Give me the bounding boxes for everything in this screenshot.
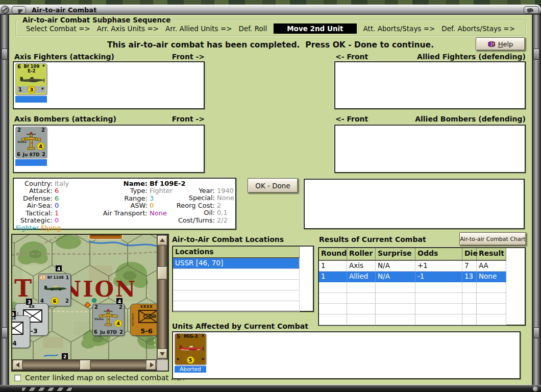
frame-knob bbox=[533, 327, 539, 338]
counter-rating: 5 bbox=[177, 334, 180, 339]
frame-knob bbox=[2, 48, 8, 60]
results-row-empty bbox=[319, 293, 506, 304]
counter-name: Bf 109E-2 bbox=[23, 64, 39, 73]
map-viewport[interactable]: T NION 5 Bf 110E 1 bbox=[12, 235, 157, 359]
stat-strategic: Strategic:0 bbox=[16, 217, 69, 224]
unit-stats-column-3: Year:1940 Special:None Reorg Cost:2 Oil:… bbox=[173, 187, 234, 224]
unit-counter-ju87d[interactable]: 2 2 Stuka 4 6 Ju 87D bbox=[15, 127, 47, 158]
range-circle: 6 bbox=[52, 298, 58, 304]
axis-bombers-label: Axis Bombers (attacking) bbox=[14, 115, 116, 123]
unit-counter-mig3[interactable]: 5 MiG-3 * * 5 * bbox=[175, 333, 206, 365]
up-arrow-icon bbox=[160, 238, 165, 242]
phase-defender-aborts-stays: Def. Aborts/Stays => bbox=[441, 24, 515, 33]
scroll-left-button[interactable] bbox=[13, 360, 23, 370]
help-button[interactable]: ? Help bbox=[476, 37, 525, 51]
subphase-sequence-group: Air-to-air Combat Subphase Sequence Sele… bbox=[15, 20, 526, 36]
location-row-empty bbox=[173, 280, 300, 290]
map-horizontal-scrollbar[interactable] bbox=[12, 359, 157, 371]
scroll-down-button[interactable] bbox=[157, 349, 167, 359]
ok-done-button[interactable]: OK - Done bbox=[248, 178, 298, 193]
counter-bottom-name: Ju 87D bbox=[23, 152, 40, 157]
counter-star: * bbox=[177, 357, 179, 363]
hex-map-terrain: T NION bbox=[12, 235, 157, 359]
header-roller: Roller bbox=[347, 248, 376, 260]
counter-top-right: 2 bbox=[119, 305, 122, 310]
phase-arrange-allied-units: Arr. Allied Units => bbox=[165, 24, 232, 33]
status-message: This air-to-air combat has been complete… bbox=[9, 40, 532, 50]
axis-bombers-panel: 2 2 Stuka 4 6 Ju 87D bbox=[13, 125, 205, 173]
header-odds: Odds bbox=[415, 248, 462, 260]
unit-stats-column-2: Name:Bf 109E-2 Type:Fighter Range:3 ASW:… bbox=[95, 180, 186, 217]
counter-star: * bbox=[202, 334, 204, 339]
stat-air-sea: Air-Sea:0 bbox=[16, 202, 69, 209]
front-arrow-right-label: Front -> bbox=[129, 53, 205, 61]
front-arrow-right-label: Front -> bbox=[129, 115, 205, 123]
counter-bottom-name: Ju 87D bbox=[100, 330, 117, 335]
stat-special: Special:None bbox=[173, 194, 234, 202]
vertical-scroll-thumb[interactable] bbox=[157, 266, 167, 280]
center-map-checkbox-label: Center linked map on selected combat hex bbox=[25, 374, 184, 382]
counter-bottom-left: 6 bbox=[17, 152, 20, 157]
window-title: Air-to-air Combat bbox=[32, 6, 96, 14]
location-row-selected[interactable]: USSR [46, 70] bbox=[173, 258, 300, 269]
combat-locations-list: Locations USSR [46, 70] bbox=[172, 246, 314, 312]
scroll-up-button[interactable] bbox=[157, 235, 167, 246]
unit-type-tags: Fighter Flying bbox=[16, 224, 61, 232]
stack-count-badge: 3 bbox=[26, 298, 33, 305]
triangle-icon bbox=[15, 7, 23, 15]
help-label: Help bbox=[498, 40, 513, 48]
locations-column-header: Locations bbox=[173, 247, 300, 258]
window-frame-right bbox=[532, 15, 541, 392]
dialog-content: Air-to-air Combat Subphase Sequence Sele… bbox=[9, 15, 532, 385]
results-row[interactable]: 1 Axis N/A +1 7 AA bbox=[319, 261, 506, 272]
stat-tactical: Tactical:1 bbox=[16, 210, 69, 217]
unit-details-panel: Country:Italy Attack:6 Defense:6 Air-Sea… bbox=[13, 178, 236, 230]
results-row-selected[interactable]: 1 Allied N/A -1 13 None bbox=[319, 272, 506, 282]
subphase-sequence-title: Air-to-air Combat Subphase Sequence bbox=[20, 16, 173, 24]
titlebar-right-button[interactable] bbox=[524, 6, 539, 14]
header-result: Result bbox=[477, 248, 506, 260]
center-map-option: Center linked map on selected combat hex bbox=[14, 374, 184, 382]
stack-count-badge: 2 bbox=[61, 353, 68, 359]
window-frame-bottom bbox=[0, 385, 541, 392]
map-unit-4th-mech[interactable]: xxxx 4th Mech 5-6 bbox=[130, 304, 157, 336]
axis-fighters-panel: 6 Bf 109E-2 * 1 3 * bbox=[13, 61, 205, 109]
counter-bottom-right: 2 bbox=[119, 329, 123, 335]
range-circle: 4 bbox=[37, 143, 44, 150]
map-unit-bf110e[interactable]: 5 Bf 110E 1 4 6 2 bbox=[38, 274, 71, 306]
map-place-label: za bbox=[149, 312, 156, 320]
down-arrow-icon bbox=[160, 352, 165, 356]
results-row-empty bbox=[319, 282, 506, 293]
stat-range: Range:3 bbox=[95, 195, 186, 202]
stat-attack: Attack:6 bbox=[16, 187, 69, 194]
selection-strip bbox=[15, 159, 47, 166]
stat-cost-turns: Cost/Turns:2/2 bbox=[173, 217, 234, 224]
unit-counter-bf109e2[interactable]: 6 Bf 109E-2 * 1 3 * bbox=[15, 63, 47, 95]
center-map-checkbox[interactable] bbox=[14, 375, 21, 381]
stat-oil: Oil:0,1 bbox=[173, 209, 234, 216]
selection-strip bbox=[15, 96, 47, 103]
region-label-part2: NION bbox=[61, 276, 137, 302]
screw-icon bbox=[533, 386, 538, 391]
stat-asw: ASW:0 bbox=[95, 202, 186, 209]
units-affected-panel: 5 MiG-3 * * 5 * Aborted bbox=[172, 331, 521, 379]
map-unit-ju87d[interactable]: 2 2 Stuka 4 6 bbox=[92, 304, 125, 336]
stat-reorg-cost: Reorg Cost:2 bbox=[173, 202, 234, 209]
units-affected-title: Units Affected by Current Combat bbox=[172, 322, 308, 330]
stack-count-badge: 3 bbox=[12, 310, 16, 317]
counter-star: * bbox=[202, 357, 204, 363]
header-die: Die bbox=[462, 248, 477, 260]
stat-type: Type:Fighter bbox=[95, 187, 186, 194]
phase-defender-roll: Def. Roll bbox=[239, 24, 267, 33]
system-menu-button[interactable] bbox=[12, 6, 26, 14]
scrollbar-corner bbox=[157, 359, 168, 371]
combat-chart-button[interactable]: Air-to-air Combat Chart bbox=[459, 232, 526, 246]
map-unit-partial-left[interactable]: xx -4 bbox=[12, 315, 30, 348]
stat-defense: Defense:6 bbox=[16, 195, 69, 202]
horizontal-scroll-thumb[interactable] bbox=[80, 360, 91, 370]
map-vertical-scrollbar[interactable] bbox=[157, 235, 168, 359]
camo-label: Stuka bbox=[94, 317, 104, 321]
scroll-right-button[interactable] bbox=[146, 360, 156, 370]
location-row-empty bbox=[173, 301, 300, 312]
resource-marker-icon bbox=[92, 298, 96, 303]
